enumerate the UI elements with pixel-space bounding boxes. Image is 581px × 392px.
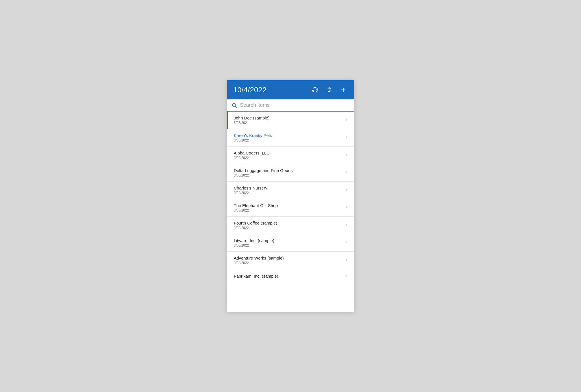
item-date: 3/08/2022 [234, 138, 342, 142]
list-item[interactable]: Adventure Works (sample) 3/08/2022 [227, 252, 354, 269]
chevron-right-icon [344, 240, 348, 245]
refresh-icon[interactable] [311, 85, 320, 94]
item-date: 3/08/2022 [234, 173, 342, 177]
item-date: 3/08/2022 [234, 191, 342, 195]
item-date: 3/08/2022 [234, 261, 342, 265]
item-date: 3/08/2022 [234, 208, 342, 212]
item-name: Litware, Inc. (sample) [234, 238, 342, 243]
item-date: 3/08/2022 [234, 226, 342, 230]
list-item-content: Karen's Kranky Pets 3/08/2022 [234, 133, 342, 142]
list-item[interactable]: Charles's Nursery 3/08/2022 [227, 182, 354, 199]
chevron-right-icon [344, 153, 348, 158]
chevron-right-icon [344, 118, 348, 123]
search-input[interactable] [240, 102, 350, 108]
app-container: 10/4/2022 [227, 80, 354, 312]
search-bar [227, 99, 354, 112]
chevron-right-icon [344, 135, 348, 140]
item-name: Charles's Nursery [234, 186, 342, 190]
item-name: The Elephant Gift Shop [234, 203, 342, 208]
list-item-content: The Elephant Gift Shop 3/08/2022 [234, 203, 342, 212]
item-name: Fabrikam, Inc. (sample) [234, 274, 342, 278]
list-item[interactable]: Delta Luggage and Fine Goods 3/08/2022 [227, 164, 354, 182]
list-item-content: Charles's Nursery 3/08/2022 [234, 186, 342, 195]
header-title: 10/4/2022 [233, 86, 267, 94]
chevron-right-icon [344, 223, 348, 228]
sort-icon[interactable] [325, 85, 334, 94]
list-container: John Doe (sample) 5/25/2021 Karen's Kran… [227, 112, 354, 312]
item-date: 3/08/2022 [234, 243, 342, 247]
item-name: Alpha Coders, LLC [234, 151, 342, 155]
list-item[interactable]: Karen's Kranky Pets 3/08/2022 [227, 129, 354, 147]
chevron-right-icon [344, 188, 348, 193]
list-item[interactable]: The Elephant Gift Shop 3/08/2022 [227, 199, 354, 217]
list-item-content: Alpha Coders, LLC 3/08/2022 [234, 151, 342, 160]
list-item-content: Litware, Inc. (sample) 3/08/2022 [234, 238, 342, 247]
chevron-right-icon [344, 170, 348, 175]
item-name: Delta Luggage and Fine Goods [234, 168, 342, 173]
item-name: Fourth Coffee (sample) [234, 221, 342, 225]
item-date: 5/25/2021 [234, 121, 342, 125]
list-item-content: Delta Luggage and Fine Goods 3/08/2022 [234, 168, 342, 177]
header-actions [311, 85, 348, 94]
list-item-content: John Doe (sample) 5/25/2021 [234, 116, 342, 125]
svg-line-4 [235, 106, 237, 107]
chevron-right-icon [344, 205, 348, 210]
item-name: Adventure Works (sample) [234, 256, 342, 260]
list-item[interactable]: Fourth Coffee (sample) 3/08/2022 [227, 217, 354, 234]
search-icon [231, 103, 237, 108]
item-name: Karen's Kranky Pets [234, 133, 342, 138]
list-item-content: Fourth Coffee (sample) 3/08/2022 [234, 221, 342, 230]
list-item-content: Adventure Works (sample) 3/08/2022 [234, 256, 342, 265]
partial-item-content: Fabrikam, Inc. (sample) [234, 274, 342, 278]
item-date: 3/08/2022 [234, 156, 342, 160]
item-name: John Doe (sample) [234, 116, 342, 120]
chevron-right-icon [344, 258, 348, 263]
list-item[interactable]: Alpha Coders, LLC 3/08/2022 [227, 147, 354, 164]
list-item[interactable]: Litware, Inc. (sample) 3/08/2022 [227, 234, 354, 252]
list-item-partial[interactable]: Fabrikam, Inc. (sample) [227, 269, 354, 283]
chevron-right-icon [344, 274, 348, 279]
header: 10/4/2022 [227, 80, 354, 99]
add-icon[interactable] [339, 85, 348, 94]
list-item[interactable]: John Doe (sample) 5/25/2021 [227, 112, 354, 129]
